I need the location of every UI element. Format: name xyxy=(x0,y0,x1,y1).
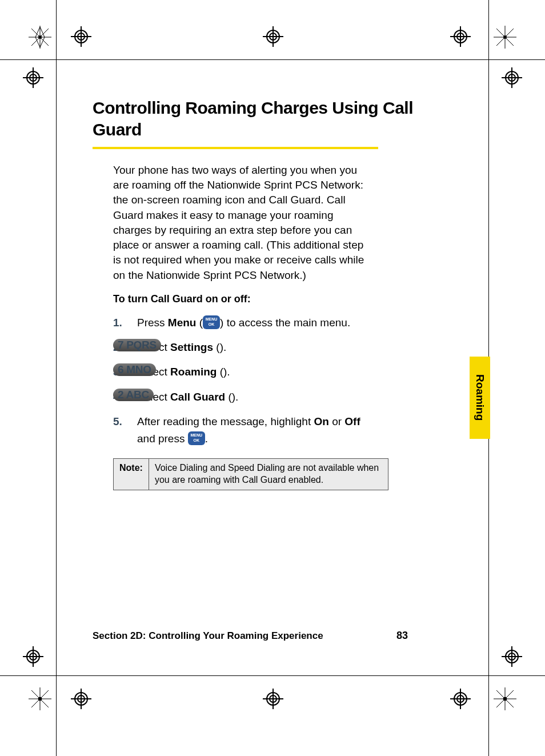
page-title: Controlling Roaming Charges Using Call G… xyxy=(93,97,452,140)
page-number: 83 xyxy=(396,630,408,642)
key-6-icon: 6 MNO xyxy=(113,363,156,376)
subheading: To turn Call Guard on or off: xyxy=(113,292,452,306)
step-number: 1. xyxy=(113,314,122,331)
registration-mark-icon xyxy=(263,689,283,709)
step-4: 4. Select Call Guard (2 ABC). xyxy=(113,389,367,405)
registration-mark-icon xyxy=(263,26,283,47)
registration-mark-icon xyxy=(502,646,522,667)
note-box: Note: Voice Dialing and Speed Dialing ar… xyxy=(113,458,388,490)
registration-mark-icon xyxy=(23,67,43,88)
intro-paragraph: Your phone has two ways of alerting you … xyxy=(113,163,367,283)
step-list: 1. Press Menu (MENUOK) to access the mai… xyxy=(113,314,367,447)
page-content: Controlling Roaming Charges Using Call G… xyxy=(93,97,452,490)
starburst-icon xyxy=(29,687,51,710)
note-text: Voice Dialing and Speed Dialing are not … xyxy=(149,459,388,490)
step-number: 5. xyxy=(113,413,122,430)
section-tab: Roaming xyxy=(470,357,490,439)
registration-mark-icon xyxy=(450,26,471,47)
note-label: Note: xyxy=(114,459,149,490)
step-3: 3. Select Roaming (6 MNO). xyxy=(113,363,367,380)
registration-mark-icon xyxy=(71,689,91,709)
starburst-icon xyxy=(29,26,51,49)
registration-mark-icon xyxy=(71,26,91,47)
menu-ok-key-icon: MENUOK xyxy=(203,315,220,329)
step-1: 1. Press Menu (MENUOK) to access the mai… xyxy=(113,314,367,331)
step-2: 2. Select Settings (7 PQRS). xyxy=(113,339,367,355)
menu-ok-key-icon: MENUOK xyxy=(188,431,205,445)
footer-section-title: Section 2D: Controlling Your Roaming Exp… xyxy=(93,630,401,642)
crop-line-top xyxy=(0,59,545,60)
key-2-icon: 2 ABC xyxy=(113,389,154,401)
key-7-icon: 7 PQRS xyxy=(113,339,161,351)
registration-mark-icon xyxy=(450,689,471,709)
starburst-icon xyxy=(494,687,516,710)
starburst-icon xyxy=(494,26,516,49)
registration-mark-icon xyxy=(23,646,43,667)
crop-line-bottom xyxy=(0,675,545,676)
registration-mark-icon xyxy=(502,67,522,88)
step-5: 5. After reading the message, highlight … xyxy=(113,413,367,447)
crop-line-left xyxy=(56,0,57,756)
heading-rule xyxy=(93,147,378,149)
